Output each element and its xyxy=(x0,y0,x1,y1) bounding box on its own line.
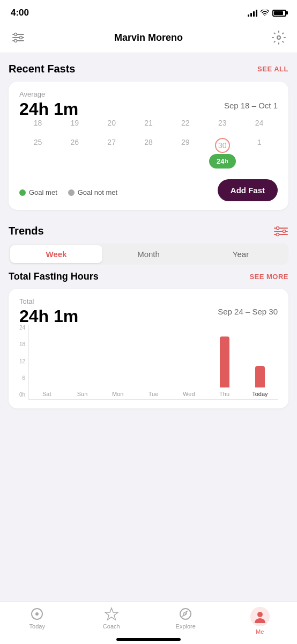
calendar-grid: 18 19 20 21 22 23 24 25 26 27 28 29 30 xyxy=(19,116,278,171)
chart-header: Total Fasting Hours SEE MORE xyxy=(9,271,288,282)
status-bar: 4:00 xyxy=(0,0,297,24)
goal-met-label: Goal met xyxy=(29,188,57,196)
total-label: Total xyxy=(19,297,278,305)
svg-point-12 xyxy=(277,233,279,236)
bar-mon: Mon xyxy=(100,325,136,397)
bar-sat: Sat xyxy=(29,325,64,397)
svg-point-10 xyxy=(277,226,279,229)
chart-card: Total 24h 1m Sep 24 – Sep 30 24 18 12 6 … xyxy=(9,289,288,408)
goal-not-met-label: Goal not met xyxy=(78,188,117,196)
cal-day-30: 30 24h xyxy=(204,136,241,171)
bar-today: Today xyxy=(242,325,278,397)
nav-today[interactable]: Today xyxy=(0,607,75,630)
bar-thu-label: Thu xyxy=(219,391,229,397)
svg-point-18 xyxy=(185,613,187,615)
trends-header: Trends xyxy=(9,225,288,237)
svg-point-11 xyxy=(283,230,286,232)
day-30-circle: 30 xyxy=(215,138,230,153)
trends-filter-icon[interactable] xyxy=(273,225,288,237)
cal-day-21: 21 xyxy=(130,116,167,129)
bar-thu: Thu xyxy=(206,325,242,397)
bar-tue: Tue xyxy=(136,325,171,397)
nav-explore-icon xyxy=(179,607,192,621)
cal-day-1: 1 xyxy=(241,136,278,171)
bar-sun: Sun xyxy=(64,325,100,397)
bar-chart: Sat Sun Mon Tue xyxy=(28,325,278,400)
bar-sat-label: Sat xyxy=(42,391,51,397)
y-label-6: 6 xyxy=(23,375,26,381)
battery-icon xyxy=(272,10,286,17)
settings-icon[interactable] xyxy=(271,30,286,45)
tab-week[interactable]: Week xyxy=(10,245,102,263)
bar-today-fill xyxy=(255,366,265,387)
legend-goal-met: Goal met xyxy=(19,188,57,196)
recent-fasts-title: Recent Fasts xyxy=(9,63,76,75)
filter-icon[interactable] xyxy=(11,30,26,45)
nav-today-icon xyxy=(30,607,44,621)
nav-coach-icon xyxy=(105,607,118,621)
cal-day-25: 25 xyxy=(19,136,56,171)
y-label-12: 12 xyxy=(19,358,25,364)
add-fast-button[interactable]: Add Fast xyxy=(218,179,278,201)
bar-mon-label: Mon xyxy=(112,391,123,397)
cal-day-19: 19 xyxy=(56,116,93,129)
bottom-nav: Today Coach Explore Me xyxy=(0,601,297,644)
legend-row: Goal met Goal not met Add Fast xyxy=(19,179,278,201)
bar-today-label: Today xyxy=(252,391,268,397)
nav-me[interactable]: Me xyxy=(223,607,298,635)
see-more-button[interactable]: SEE MORE xyxy=(249,273,288,281)
svg-point-14 xyxy=(35,612,39,616)
recent-fasts-card: Average 24h 1m Sep 18 – Oct 1 18 19 20 2… xyxy=(9,82,288,210)
section-header: Recent Fasts SEE ALL xyxy=(9,63,288,75)
period-tabs: Week Month Year xyxy=(9,244,288,265)
tab-year[interactable]: Year xyxy=(195,245,287,263)
bar-tue-label: Tue xyxy=(148,391,159,397)
day-30-bubble: 24h xyxy=(209,154,236,169)
trends-title: Trends xyxy=(9,225,44,237)
nav-coach[interactable]: Coach xyxy=(75,607,149,630)
svg-point-6 xyxy=(277,36,280,39)
goal-met-dot xyxy=(19,189,26,196)
svg-point-5 xyxy=(14,40,17,42)
cal-day-20: 20 xyxy=(93,116,130,129)
see-all-button[interactable]: SEE ALL xyxy=(257,65,288,73)
wifi-icon xyxy=(261,10,269,16)
cal-day-26: 26 xyxy=(56,136,93,171)
calendar-row-1: 18 19 20 21 22 23 24 xyxy=(19,116,278,129)
svg-point-20 xyxy=(257,612,263,617)
trends-section: Trends Week Month Year Total Fasting Hou… xyxy=(0,215,297,414)
main-content: Recent Fasts SEE ALL Average 24h 1m Sep … xyxy=(0,53,297,457)
bar-sun-label: Sun xyxy=(77,391,88,397)
calendar-row-2: 25 26 27 28 29 30 24h 1 xyxy=(19,136,278,171)
svg-point-3 xyxy=(14,33,17,36)
tab-month[interactable]: Month xyxy=(102,245,195,263)
nav-me-label: Me xyxy=(256,628,264,635)
y-label-18: 18 xyxy=(19,341,25,347)
nav-coach-label: Coach xyxy=(103,623,120,630)
goal-not-met-dot xyxy=(68,189,75,196)
cal-day-23: 23 xyxy=(204,116,241,129)
bar-wed-label: Wed xyxy=(183,391,195,397)
average-label: Average xyxy=(19,90,278,98)
status-time: 4:00 xyxy=(11,8,29,18)
chart-title: Total Fasting Hours xyxy=(9,271,99,282)
nav-explore-label: Explore xyxy=(176,623,196,630)
legend: Goal met Goal not met xyxy=(19,188,117,196)
bar-chart-wrapper: 24 18 12 6 0h Sat Sun xyxy=(19,325,278,400)
cal-day-27: 27 xyxy=(93,136,130,171)
y-label-0: 0h xyxy=(19,392,25,398)
y-label-24: 24 xyxy=(19,325,25,331)
nav-explore[interactable]: Explore xyxy=(148,607,223,630)
status-icons xyxy=(248,9,286,17)
legend-goal-not-met: Goal not met xyxy=(68,188,117,196)
bar-thu-fill xyxy=(220,336,229,387)
home-indicator xyxy=(116,638,181,641)
bar-wed: Wed xyxy=(171,325,206,397)
svg-marker-15 xyxy=(105,608,118,620)
cal-day-28: 28 xyxy=(130,136,167,171)
header-title: Marvin Moreno xyxy=(114,32,183,43)
cal-day-18: 18 xyxy=(19,116,56,129)
signal-icon xyxy=(248,9,257,17)
cal-day-22: 22 xyxy=(167,116,204,129)
cal-day-24: 24 xyxy=(241,116,278,129)
